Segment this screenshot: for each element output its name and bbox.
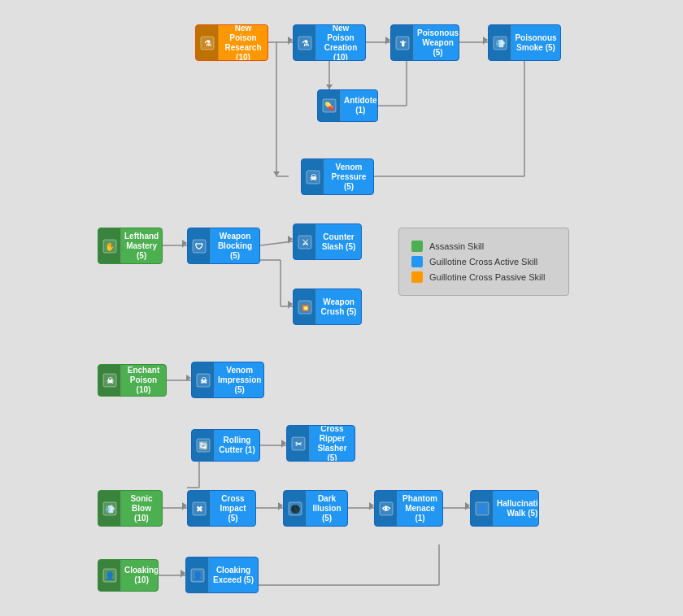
svg-text:🛡: 🛡 [195,242,203,251]
rolling-cutter-icon: 🔄 [192,430,215,461]
skill-node-enchant-poison[interactable]: ☠ Enchant Poison (10) [98,364,167,397]
svg-text:🔄: 🔄 [198,440,209,451]
dark-illusion-icon: 🌑 [284,491,307,526]
poisonous-weapon-label: Poisonous Weapon (5) [414,26,459,60]
lefthand-mastery-icon: ✋ [98,228,121,263]
svg-text:☠: ☠ [309,173,316,182]
assassin-color [411,241,423,252]
poisonous-smoke-icon: 💨 [489,25,511,60]
svg-text:🗡: 🗡 [398,39,407,48]
counter-slash-label: Counter Slash (5) [316,230,361,254]
svg-text:💨: 💨 [105,504,115,514]
skill-node-weapon-blocking[interactable]: 🛡 Weapon Blocking (5) [187,228,260,264]
svg-line-11 [260,241,293,245]
antidote-icon: 💊 [318,90,341,121]
new-poison-creation-label: New Poison Creation (10) [316,24,365,61]
svg-text:✖: ✖ [196,505,203,514]
skill-node-counter-slash[interactable]: ⚔ Counter Slash (5) [293,223,362,260]
skill-node-venom-impression[interactable]: ☠ Venom Impression (5) [191,362,264,398]
skill-node-cloaking-exceed[interactable]: 👤 Cloaking Exceed (5) [185,557,259,593]
legend-item-assassin: Assassin Skill [411,241,556,252]
skill-node-lefthand-mastery[interactable]: ✋ Lefthand Mastery (5) [98,228,163,264]
weapon-crush-icon: 💥 [294,289,316,324]
svg-text:🌑: 🌑 [290,504,301,514]
svg-text:👤: 👤 [105,570,115,581]
hallucination-walk-icon: 🌀 [471,491,494,526]
poisonous-weapon-icon: 🗡 [391,25,414,60]
venom-pressure-icon: ☠ [302,159,324,194]
svg-text:⚗: ⚗ [301,39,308,48]
skill-node-antidote[interactable]: 💊 Antidote (1) [317,89,378,122]
weapon-blocking-label: Weapon Blocking (5) [211,229,259,263]
svg-marker-40 [273,171,280,176]
svg-text:⚔: ⚔ [301,238,308,247]
venom-impression-icon: ☠ [192,362,215,397]
new-poison-research-label: New Poison Research (10) [219,24,268,61]
skill-node-cross-impact[interactable]: ✖ Cross Impact (5) [187,490,256,527]
new-poison-creation-icon: ⚗ [294,25,316,60]
skill-node-dark-illusion[interactable]: 🌑 Dark Illusion (5) [283,490,348,527]
svg-text:💨: 💨 [495,38,506,49]
svg-text:✋: ✋ [105,241,115,252]
svg-text:☠: ☠ [199,376,207,385]
svg-text:☠: ☠ [106,376,113,385]
sonic-blow-label: Sonic Blow (10) [121,492,162,526]
cloaking-label: Cloaking (10) [121,563,159,588]
svg-text:⚗: ⚗ [203,39,211,48]
svg-text:💥: 💥 [300,302,311,313]
rolling-cutter-label: Rolling Cutter (1) [215,433,259,458]
active-color [411,256,423,267]
passive-color [411,271,423,283]
diagram-container: ⚗ New Poison Research (10) ⚗ New Poison … [0,0,683,616]
skill-node-weapon-crush[interactable]: 💥 Weapon Crush (5) [293,288,362,325]
skill-node-cloaking[interactable]: 👤 Cloaking (10) [98,559,159,592]
skill-node-new-poison-creation[interactable]: ⚗ New Poison Creation (10) [293,24,366,61]
legend-item-active: Guillotine Cross Active Skill [411,256,556,267]
legend: Assassin Skill Guillotine Cross Active S… [398,228,569,296]
antidote-label: Antidote (1) [341,93,378,118]
cross-impact-label: Cross Impact (5) [211,492,255,526]
skill-node-rolling-cutter[interactable]: 🔄 Rolling Cutter (1) [191,429,260,462]
assassin-label: Assassin Skill [429,241,484,251]
skill-node-hallucination-walk[interactable]: 🌀 Hallucination Walk (5) [470,490,539,527]
cross-ripper-slasher-label: Cross Ripper Slasher (5) [310,425,355,462]
passive-label: Guillotine Cross Passive Skill [429,272,545,282]
enchant-poison-icon: ☠ [98,365,121,396]
lefthand-mastery-label: Lefthand Mastery (5) [121,229,162,263]
svg-text:👤: 👤 [193,570,203,581]
poisonous-smoke-label: Poisonous Smoke (5) [511,31,560,55]
skill-node-poisonous-smoke[interactable]: 💨 Poisonous Smoke (5) [488,24,561,61]
cloaking-exceed-label: Cloaking Exceed (5) [209,563,258,588]
weapon-blocking-icon: 🛡 [188,228,211,263]
skill-node-venom-pressure[interactable]: ☠ Venom Pressure (5) [301,158,374,195]
new-poison-research-icon: ⚗ [196,25,219,60]
skill-node-phantom-menace[interactable]: 👁 Phantom Menace (1) [374,490,443,527]
venom-impression-label: Venom Impression (5) [215,363,264,397]
venom-pressure-label: Venom Pressure (5) [324,160,373,194]
cross-impact-icon: ✖ [188,491,211,526]
svg-text:💊: 💊 [324,101,335,111]
sonic-blow-icon: 💨 [98,491,121,526]
active-label: Guillotine Cross Active Skill [429,257,537,267]
cloaking-exceed-icon: 👤 [186,557,209,592]
cloaking-icon: 👤 [98,560,121,591]
counter-slash-icon: ⚔ [294,224,316,259]
phantom-menace-label: Phantom Menace (1) [398,492,442,526]
weapon-crush-label: Weapon Crush (5) [316,295,361,319]
skill-node-poisonous-weapon[interactable]: 🗡 Poisonous Weapon (5) [390,24,459,61]
svg-text:✂: ✂ [295,440,302,449]
hallucination-walk-label: Hallucination Walk (5) [494,497,539,521]
dark-illusion-label: Dark Illusion (5) [307,492,347,526]
cross-ripper-slasher-icon: ✂ [287,426,310,461]
skill-node-cross-ripper-slasher[interactable]: ✂ Cross Ripper Slasher (5) [286,425,355,462]
enchant-poison-label: Enchant Poison (10) [121,364,166,397]
legend-item-passive: Guillotine Cross Passive Skill [411,271,556,283]
svg-text:👁: 👁 [382,505,391,514]
phantom-menace-icon: 👁 [375,491,398,526]
skill-node-sonic-blow[interactable]: 💨 Sonic Blow (10) [98,490,163,527]
svg-text:🌀: 🌀 [477,504,488,514]
skill-node-new-poison-research[interactable]: ⚗ New Poison Research (10) [195,24,268,61]
